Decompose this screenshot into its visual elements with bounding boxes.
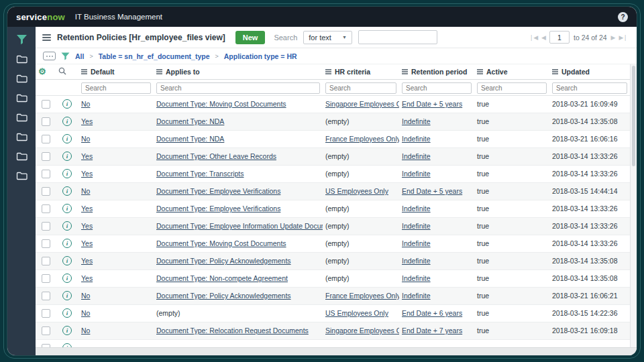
record-link[interactable]: Yes: [81, 117, 93, 125]
record-link[interactable]: No: [81, 292, 90, 300]
record-link[interactable]: Yes: [81, 257, 93, 265]
record-link[interactable]: No: [81, 326, 90, 335]
info-icon[interactable]: i: [62, 256, 72, 265]
row-checkbox[interactable]: [42, 170, 50, 178]
first-page-icon[interactable]: ❘◀: [529, 34, 537, 41]
record-link[interactable]: Indefinite: [402, 222, 431, 230]
record-link[interactable]: No: [81, 135, 90, 143]
row-checkbox[interactable]: [42, 117, 50, 126]
scrollbar-thumb[interactable]: [632, 66, 635, 166]
record-link[interactable]: US Employees Only: [325, 187, 388, 195]
record-link[interactable]: Document Type: Other Leave Records: [156, 152, 276, 160]
column-menu-icon[interactable]: [156, 69, 162, 74]
row-checkbox[interactable]: [42, 309, 50, 318]
info-icon[interactable]: i: [62, 308, 72, 318]
record-link[interactable]: Yes: [81, 170, 93, 178]
record-link[interactable]: Yes: [81, 239, 93, 247]
last-page-icon[interactable]: ▶❘: [619, 34, 627, 41]
record-link[interactable]: Document Type: Transcripts: [156, 170, 244, 178]
next-page-icon[interactable]: ▶: [611, 34, 615, 41]
folder-icon[interactable]: [15, 73, 28, 84]
record-link[interactable]: Singapore Employees Only: [325, 326, 399, 335]
record-link[interactable]: France Employees Only: [325, 135, 399, 143]
row-checkbox[interactable]: [42, 292, 50, 300]
record-link[interactable]: Indefinite: [402, 257, 431, 265]
record-link[interactable]: Yes: [81, 274, 93, 282]
filter-input-hr-criteria[interactable]: [325, 82, 396, 94]
record-link[interactable]: Document Type: NDA: [156, 135, 224, 143]
record-link[interactable]: Indefinite: [402, 292, 431, 300]
breadcrumb-table-filter[interactable]: Table = sn_hr_ef_document_type: [99, 52, 210, 60]
filter-funnel-icon[interactable]: [15, 34, 28, 45]
row-checkbox[interactable]: [42, 187, 50, 196]
row-checkbox[interactable]: [42, 344, 50, 347]
activity-stream-icon[interactable]: [43, 52, 56, 60]
row-checkbox[interactable]: [42, 152, 50, 161]
row-checkbox[interactable]: [42, 100, 50, 109]
folder-icon[interactable]: [15, 151, 28, 162]
column-header-active[interactable]: Active: [474, 64, 549, 79]
record-link[interactable]: No: [81, 187, 90, 195]
folder-icon[interactable]: [15, 54, 28, 64]
record-link[interactable]: No: [81, 309, 90, 317]
prev-page-icon[interactable]: ◀: [541, 34, 545, 41]
vertical-scrollbar[interactable]: [630, 64, 637, 347]
record-link[interactable]: End Date + 5 years: [402, 100, 462, 108]
search-type-select[interactable]: for text ▼: [303, 31, 352, 44]
row-checkbox[interactable]: [42, 239, 50, 248]
record-link[interactable]: Indefinite: [402, 152, 431, 160]
row-checkbox[interactable]: [42, 204, 50, 213]
info-icon[interactable]: i: [62, 221, 72, 231]
help-icon[interactable]: ?: [618, 12, 628, 22]
record-link[interactable]: Document Type: Non-compete Agreement: [156, 274, 288, 282]
record-link[interactable]: Document Type: Employee Verifications: [156, 187, 280, 195]
column-menu-icon[interactable]: [81, 69, 87, 74]
info-icon[interactable]: i: [62, 239, 72, 248]
column-menu-icon[interactable]: [552, 69, 558, 74]
record-link[interactable]: Document Type: Employee Information Upda…: [156, 222, 323, 230]
info-icon[interactable]: i: [62, 343, 72, 347]
new-button[interactable]: New: [235, 31, 266, 44]
record-link[interactable]: Indefinite: [402, 135, 431, 143]
filter-input-updated[interactable]: [552, 82, 627, 94]
record-link[interactable]: Document Type: Employee Verifications: [156, 204, 280, 213]
filter-input-default[interactable]: [81, 82, 151, 94]
breadcrumb-all[interactable]: All: [75, 52, 84, 60]
record-link[interactable]: Indefinite: [402, 274, 431, 282]
filter-input-retention-period[interactable]: [402, 82, 472, 94]
column-header-default[interactable]: Default: [78, 64, 154, 79]
info-icon[interactable]: i: [62, 291, 72, 300]
column-menu-icon[interactable]: [325, 69, 331, 74]
row-checkbox[interactable]: [42, 222, 50, 231]
record-link[interactable]: Yes: [81, 152, 93, 160]
search-input[interactable]: [358, 30, 437, 44]
record-link[interactable]: US Employees Only: [325, 309, 388, 317]
record-link[interactable]: Document Type: Moving Cost Documents: [156, 239, 286, 247]
folder-icon[interactable]: [15, 170, 28, 181]
record-link[interactable]: Document Type: Policy Acknowledgements: [156, 292, 291, 300]
record-link[interactable]: Yes: [81, 204, 93, 213]
record-link[interactable]: End Date + 5 years: [402, 187, 462, 195]
breadcrumb-apptype-filter[interactable]: Application type = HR: [224, 52, 297, 60]
column-header-hr-criteria[interactable]: HR criteria: [323, 64, 399, 79]
search-magnifier-icon[interactable]: [58, 67, 66, 75]
list-menu-icon[interactable]: [42, 34, 51, 41]
record-link[interactable]: Document Type: Policy Acknowledgements: [156, 257, 291, 265]
record-link[interactable]: Indefinite: [402, 170, 431, 178]
filter-input-applies-to[interactable]: [156, 82, 320, 94]
record-link[interactable]: End Date + 7 years: [402, 326, 462, 335]
folder-icon[interactable]: [15, 131, 28, 142]
info-icon[interactable]: i: [62, 204, 72, 213]
row-checkbox[interactable]: [42, 135, 50, 143]
record-link[interactable]: Indefinite: [402, 117, 431, 125]
record-link[interactable]: Indefinite: [402, 204, 431, 213]
info-icon[interactable]: i: [62, 117, 72, 126]
info-icon[interactable]: i: [62, 326, 72, 335]
info-icon[interactable]: i: [62, 186, 72, 196]
breadcrumb-funnel-icon[interactable]: [61, 52, 70, 60]
column-header-applies-to[interactable]: Applies to: [154, 64, 323, 79]
gear-icon[interactable]: ⚙: [38, 66, 46, 76]
info-icon[interactable]: i: [62, 169, 72, 178]
record-link[interactable]: Document Type: NDA: [156, 117, 224, 125]
column-menu-icon[interactable]: [477, 69, 483, 74]
